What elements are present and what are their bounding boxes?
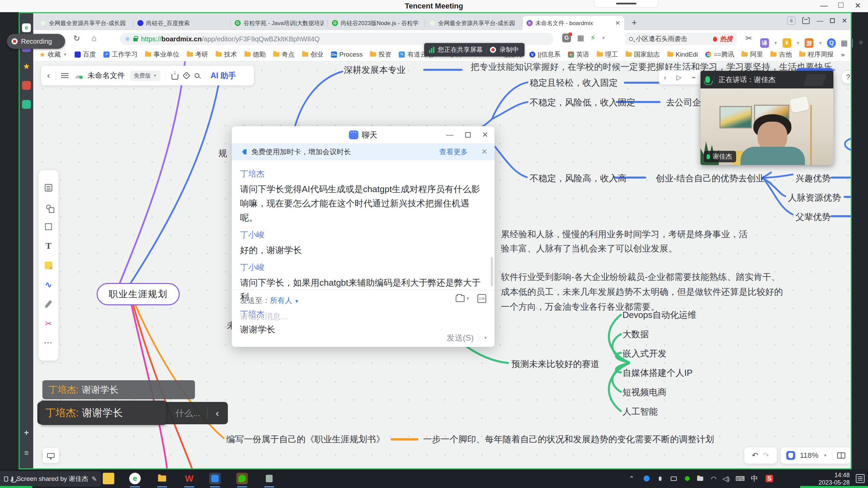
hand-tool-icon[interactable] xyxy=(786,451,795,460)
send-to-selector[interactable]: 所有人 xyxy=(270,296,292,305)
refresh-button[interactable]: ↻ xyxy=(73,34,80,43)
browser-minimize-button[interactable]: — xyxy=(816,17,823,25)
tab-3[interactable]: G 谷粒学苑 - Java培训|大数据培训 xyxy=(231,16,328,30)
chat-maximize-button[interactable] xyxy=(465,132,471,138)
bookmark-folder[interactable]: 国家励志 xyxy=(626,50,660,59)
recording-indicator[interactable]: Recording xyxy=(7,34,65,49)
board-back-icon[interactable]: ‹ xyxy=(47,71,50,80)
text-tool-icon[interactable]: T xyxy=(43,241,54,251)
tab-4[interactable]: G 尚硅谷2023版Node.js - 谷粒学 xyxy=(328,16,425,30)
mindmap-node-adv-interest[interactable]: 兴趣优势 xyxy=(795,172,831,184)
bookmark-folder[interactable]: 考研 xyxy=(187,50,208,59)
minimize-button[interactable]: — xyxy=(819,1,829,10)
mute-bell-icon[interactable]: ⌁ xyxy=(692,73,696,81)
send-button[interactable]: 发送(S) xyxy=(447,332,474,343)
download-icon[interactable] xyxy=(172,74,178,80)
mindmap-track-item[interactable]: 大数据 xyxy=(623,328,649,340)
bookmark-english[interactable]: +英语 xyxy=(568,50,589,59)
tray-cast-icon[interactable] xyxy=(669,473,679,484)
bookmark-folder[interactable]: 奇点 xyxy=(273,50,295,59)
mindmap-track-item[interactable]: 嵌入式开发 xyxy=(623,348,667,360)
mindmap-node-adv-network[interactable]: 人脉资源优势 xyxy=(788,192,841,204)
tab-count-badge[interactable]: 6 xyxy=(787,17,795,25)
redo-icon[interactable]: ↷ xyxy=(763,451,769,460)
zoom-level[interactable]: 118% xyxy=(800,451,818,460)
tray-folder-icon[interactable] xyxy=(695,473,705,484)
theme-skin-icon[interactable] xyxy=(802,17,810,24)
action-center-icon[interactable] xyxy=(856,474,865,483)
speaker-video-panel[interactable]: 正在讲话：谢佳杰 谢佳杰 xyxy=(701,71,833,165)
mindmap-node-plan-book[interactable]: 编写一份属于自己的《职业生涯规划书》 xyxy=(226,433,385,445)
hot-search-box[interactable]: 小区遭石头雨袭击 热搜 xyxy=(625,33,737,45)
bookmark-folder[interactable]: 投资 xyxy=(370,50,391,59)
mindmap-node-unstable-high[interactable]: 不稳定，风险高，收入高 xyxy=(530,172,627,184)
meeting-controls-handle[interactable] xyxy=(594,0,658,7)
tab-active-boardmix[interactable]: b 未命名文件 - boardmix ✕ xyxy=(522,16,624,30)
shield-ext-icon[interactable]: ¥ xyxy=(783,38,791,48)
zoom-dropdown-icon[interactable]: ▼ xyxy=(823,453,827,458)
new-tab-button[interactable]: + xyxy=(632,17,637,28)
bookmark-folder[interactable]: 事业单位 xyxy=(145,50,179,59)
sidebar-red-app-icon[interactable] xyxy=(22,81,31,90)
mindmap-node-stable[interactable]: 稳定且轻松，收入固定 xyxy=(530,77,618,89)
mindmap-note1-line2[interactable]: 验丰富、人脉有了当机会来了可以创业发展。 xyxy=(501,241,677,256)
favorites-star-icon[interactable]: ★ xyxy=(22,62,31,71)
bookmark-processon[interactable]: OnProcess xyxy=(331,51,363,58)
bookmark-folder[interactable]: 吉他 xyxy=(770,50,792,59)
banner-see-more-link[interactable]: 查看更多 xyxy=(439,147,468,157)
send-to-dropdown-icon[interactable]: ▼ xyxy=(294,299,299,304)
bookmark-favorites[interactable]: ★收藏▼ xyxy=(39,50,67,59)
tag-icon[interactable] xyxy=(183,72,191,80)
sticky-note-tool-icon[interactable] xyxy=(43,260,54,270)
mindmap-node-track[interactable]: 预测未来比较好的赛道 xyxy=(511,358,599,370)
more-tools-icon[interactable]: ⋯ xyxy=(43,338,54,348)
ai-assistant-button[interactable]: AI 助手 xyxy=(211,70,236,81)
bookmark-folder[interactable]: 程序周报 xyxy=(799,50,833,59)
bookmark-baidu[interactable]: 百度 xyxy=(75,50,96,59)
template-tool-icon[interactable] xyxy=(43,183,54,193)
mindmap-node-deepen[interactable]: 深耕发展本专业 xyxy=(344,64,406,76)
bookmark-tencent[interactable]: C==腾讯 xyxy=(705,50,734,59)
chat-close-button[interactable]: ✕ xyxy=(482,130,488,139)
chat-titlebar[interactable]: 聊天 — ✕ xyxy=(232,126,494,143)
play-icon[interactable]: ▷ xyxy=(676,73,682,81)
plan-badge[interactable]: 免费版▼ xyxy=(130,70,160,81)
tray-expand-icon[interactable]: ⌃ xyxy=(627,473,636,484)
bookmark-folder[interactable]: 阿里 xyxy=(742,50,763,59)
connector-tool-icon[interactable]: ∿ xyxy=(43,280,54,290)
mindmap-note1-line1[interactable]: 累经验和人脉，慢慢的利用业务时间学习，考研是终身事业，活 xyxy=(501,227,748,242)
cut-tool-icon[interactable]: ✂ xyxy=(43,319,54,329)
tray-green-dot-icon[interactable] xyxy=(682,473,692,484)
undo-icon[interactable]: ↶ xyxy=(752,451,758,460)
blue-search-ext-icon[interactable]: Q xyxy=(827,38,836,48)
bookmark-info-system[interactable]: V||信息系 xyxy=(529,50,560,59)
mindmap-node-startup[interactable]: 创业-结合自己的优势去创业 xyxy=(656,172,765,184)
chat-minimize-button[interactable]: — xyxy=(446,130,454,139)
flash-ext-icon[interactable]: ⚡ xyxy=(590,34,595,42)
sogou-icon[interactable]: S xyxy=(764,473,774,484)
wps-app-icon[interactable]: W xyxy=(183,473,195,484)
pen-tool-icon[interactable] xyxy=(43,299,54,309)
tencent-meeting-app-icon[interactable] xyxy=(209,473,221,484)
board-search-icon[interactable] xyxy=(195,73,199,78)
present-button[interactable] xyxy=(43,448,59,463)
board-menu-icon[interactable] xyxy=(61,73,68,74)
bookmark-folder[interactable]: 技术 xyxy=(216,50,237,59)
mindmap-track-item[interactable]: 自媒体搭建个人IP xyxy=(623,367,693,379)
tray-blue-app-icon[interactable] xyxy=(642,473,652,484)
mindmap-node-unstable-low[interactable]: 不稳定，风险低，收入固定 xyxy=(530,97,635,108)
grid-ext-icon[interactable]: ▦ xyxy=(577,34,584,42)
send-options-icon[interactable]: ▼ xyxy=(484,336,488,340)
collapse-chevron-icon[interactable]: ‹ xyxy=(212,407,222,419)
file-dropdown-icon[interactable]: ▼ xyxy=(466,296,470,301)
sticky-notes-app-icon[interactable] xyxy=(103,473,114,484)
tray-mic-icon[interactable] xyxy=(655,473,665,484)
tab-1[interactable]: 全网最全资源共享平台-成长园 xyxy=(36,16,133,30)
chat-messages[interactable]: 丁培杰 请问下学长觉得AI代码生成或是chatgpt生成对程序员有什么影响嘛，现… xyxy=(232,160,494,290)
taskbar-clock[interactable]: 14:48 2023-05-28 xyxy=(818,471,850,486)
site-info-icon[interactable] xyxy=(125,37,130,41)
close-button[interactable]: ✕ xyxy=(853,1,863,10)
tab-5[interactable]: 全网最全资源共享平台-成长园 xyxy=(425,16,522,30)
bookmark-folder[interactable]: KindEdi xyxy=(667,51,698,58)
mindmap-note-plan[interactable]: 一步一个脚印、每年随着自己的状况和发展趋势的变化需要不断的调整计划 xyxy=(423,433,714,445)
